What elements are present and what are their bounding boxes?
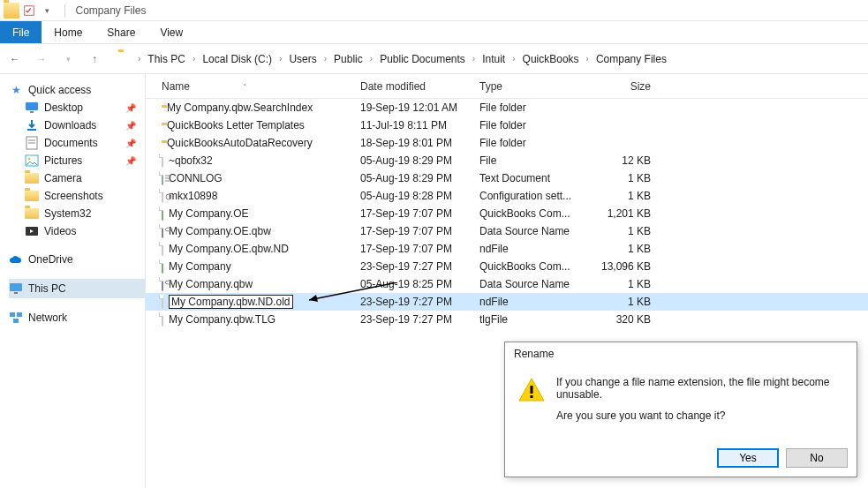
yes-button[interactable]: Yes [717, 448, 779, 468]
tab-share[interactable]: Share [94, 21, 147, 43]
file-row[interactable]: QuickBooksAutoDataRecovery18-Sep-19 8:01… [146, 134, 868, 152]
breadcrumb-segment[interactable]: This PC [144, 53, 189, 65]
file-size: 1 KB [594, 278, 665, 290]
warning-icon [517, 376, 546, 404]
quick-access-toolbar: ▾ [4, 3, 55, 19]
file-row[interactable]: My Company.OE17-Sep-19 7:07 PMQuickBooks… [146, 205, 868, 222]
svg-rect-13 [17, 312, 22, 317]
no-button[interactable]: No [786, 448, 848, 468]
column-date[interactable]: Date modified [360, 80, 479, 93]
sidebar-item-label: Camera [44, 172, 82, 184]
chevron-right-icon[interactable]: › [279, 54, 282, 64]
file-row[interactable]: My Company.OE.qbw.ND17-Sep-19 7:07 PMndF… [146, 240, 868, 258]
breadcrumb-segment[interactable]: Company Files [593, 53, 670, 65]
file-size: 12 KB [594, 154, 665, 167]
chevron-right-icon[interactable]: › [324, 54, 327, 64]
svg-rect-23 [531, 386, 533, 394]
network-icon [9, 311, 23, 325]
file-date: 23-Sep-19 7:27 PM [360, 296, 479, 308]
sidebar-item[interactable]: Pictures📌 [9, 152, 145, 169]
file-size: 1 KB [594, 190, 665, 202]
sidebar-item[interactable]: Videos [9, 222, 145, 240]
dialog-line2: Are you sure you want to change it? [556, 409, 844, 422]
file-date: 11-Jul-19 8:11 PM [360, 119, 479, 131]
file-row[interactable]: My Company.OE.qbw17-Sep-19 7:07 PMData S… [146, 222, 868, 240]
recent-dropdown-icon[interactable]: ▾ [60, 51, 76, 67]
sidebar-item[interactable]: Desktop📌 [9, 99, 145, 116]
svg-rect-14 [13, 319, 19, 323]
file-row[interactable]: mkx1089805-Aug-19 8:28 PMConfiguration s… [146, 187, 868, 205]
sidebar-network[interactable]: Network [9, 309, 145, 327]
file-name: My Company.qbw [169, 278, 253, 290]
svg-point-19 [165, 228, 172, 231]
chevron-right-icon[interactable]: › [512, 54, 515, 64]
sidebar-item[interactable]: Downloads📌 [9, 116, 145, 134]
file-row[interactable]: My Company.qbw.ND.old23-Sep-19 7:27 PMnd… [146, 293, 868, 311]
file-name: My Company.OE [169, 207, 248, 220]
column-type[interactable]: Type [479, 80, 594, 93]
list-header: Name˄ Date modified Type Size [146, 74, 868, 99]
breadcrumb-segment[interactable]: QuickBooks [519, 53, 583, 65]
breadcrumb[interactable]: › This PC› Local Disk (C:)› Users› Publi… [113, 49, 861, 70]
file-date: 17-Sep-19 7:07 PM [360, 243, 479, 255]
column-name[interactable]: Name˄ [162, 80, 360, 93]
sidebar-item[interactable]: Documents📌 [9, 134, 145, 152]
picture-icon [25, 154, 39, 168]
back-button[interactable]: ← [7, 51, 23, 67]
chevron-right-icon[interactable]: › [472, 54, 475, 64]
dialog-line1: If you change a file name extension, the… [556, 376, 844, 401]
file-type: QuickBooks Com... [479, 260, 594, 273]
sidebar-item[interactable]: Screenshots [9, 187, 145, 205]
file-name: CONNLOG [169, 172, 223, 184]
breadcrumb-segment[interactable]: Public Documents [376, 53, 469, 65]
tab-view[interactable]: View [147, 21, 195, 43]
sidebar-item[interactable]: System32 [9, 205, 145, 222]
tab-file[interactable]: File [0, 21, 42, 43]
breadcrumb-segment[interactable]: Users [285, 53, 320, 65]
chevron-right-icon[interactable]: › [192, 54, 195, 64]
file-row[interactable]: My Company.qbw.TLG23-Sep-19 7:27 PMtlgFi… [146, 311, 868, 328]
breadcrumb-segment[interactable]: Local Disk (C:) [199, 53, 275, 65]
file-row[interactable]: My Company.qbw05-Aug-19 8:25 PMData Sour… [146, 275, 868, 293]
up-button[interactable]: ↑ [87, 51, 102, 67]
file-name: mkx10898 [169, 190, 217, 202]
chevron-right-icon[interactable]: › [370, 54, 373, 64]
sidebar-item-label: Pictures [44, 154, 82, 167]
file-type: Data Source Name [479, 278, 594, 290]
monitor-icon [9, 282, 23, 296]
file-row[interactable]: QuickBooks Letter Templates11-Jul-19 8:1… [146, 116, 868, 134]
sidebar-item[interactable]: Camera [9, 169, 145, 187]
column-size[interactable]: Size [594, 80, 665, 93]
file-icon [162, 225, 163, 237]
file-name: My Company.OE.qbw.ND [169, 243, 289, 255]
file-row[interactable]: My Company23-Sep-19 7:27 PMQuickBooks Co… [146, 258, 868, 275]
file-name[interactable]: My Company.qbw.ND.old [169, 295, 293, 309]
qat-item[interactable] [21, 3, 37, 19]
file-row[interactable]: ~qbofx3205-Aug-19 8:29 PMFile12 KB [146, 152, 868, 169]
svg-rect-24 [531, 395, 533, 398]
sidebar-quick-access[interactable]: ★ Quick access [9, 81, 145, 99]
file-icon [162, 260, 163, 273]
breadcrumb-segment[interactable]: Public [330, 53, 366, 65]
file-row[interactable]: CONNLOG05-Aug-19 8:29 PMText Document1 K… [146, 169, 868, 187]
sidebar-onedrive[interactable]: OneDrive [9, 251, 145, 268]
forward-button[interactable]: → [34, 51, 49, 67]
chevron-right-icon[interactable]: › [138, 54, 140, 64]
sidebar-this-pc[interactable]: This PC [9, 279, 145, 298]
file-size: 1 KB [594, 225, 665, 237]
file-row[interactable]: My Company.qbw.SearchIndex19-Sep-19 12:0… [146, 99, 868, 116]
folder-icon [25, 171, 39, 185]
chevron-right-icon[interactable]: › [586, 54, 589, 64]
ribbon-tabs: File Home Share View [0, 21, 868, 44]
folder-icon[interactable] [4, 3, 19, 19]
star-icon: ★ [9, 83, 23, 97]
tab-home[interactable]: Home [42, 21, 94, 43]
file-name: QuickBooks Letter Templates [167, 119, 305, 131]
cloud-icon [9, 252, 23, 267]
qat-dropdown-icon[interactable]: ▾ [39, 3, 55, 19]
file-date: 19-Sep-19 12:01 AM [360, 101, 479, 114]
download-icon [25, 118, 39, 132]
breadcrumb-segment[interactable]: Intuit [479, 53, 509, 65]
sort-indicator-icon: ˄ [243, 83, 247, 92]
sidebar-label: Network [28, 312, 67, 324]
